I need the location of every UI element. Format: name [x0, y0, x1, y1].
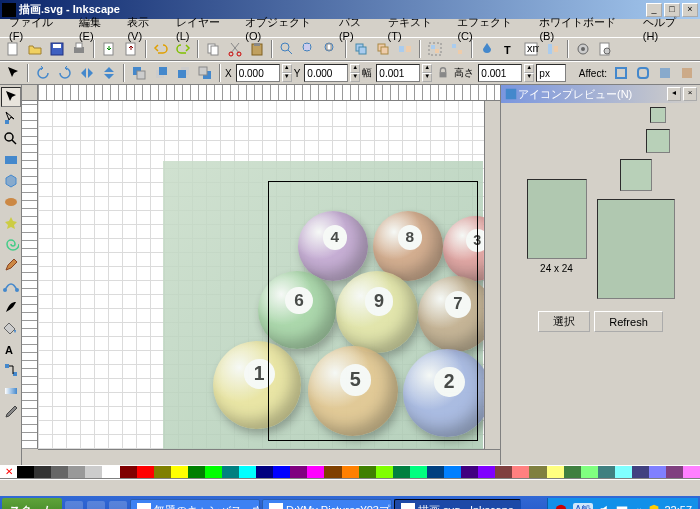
- tool-calligraphy[interactable]: [1, 297, 21, 317]
- tool-pencil[interactable]: [1, 255, 21, 275]
- swatch[interactable]: [256, 466, 273, 478]
- swatch[interactable]: [632, 466, 649, 478]
- new-button[interactable]: [3, 39, 23, 59]
- swatch[interactable]: [342, 466, 359, 478]
- tool-ellipse[interactable]: [1, 192, 21, 212]
- taskbar-task-1[interactable]: D:¥My Pictures¥03プラン…: [262, 499, 392, 509]
- swatch[interactable]: [68, 466, 85, 478]
- flip-v-button[interactable]: [99, 63, 119, 83]
- tool-rect[interactable]: [1, 150, 21, 170]
- swatch[interactable]: [205, 466, 222, 478]
- paste-button[interactable]: [247, 39, 267, 59]
- x-spin-down[interactable]: ▼: [282, 73, 292, 82]
- w-input[interactable]: [376, 64, 420, 82]
- raise-top-button[interactable]: [129, 63, 149, 83]
- lock-aspect-icon[interactable]: [436, 66, 450, 80]
- zoom-selection-button[interactable]: [277, 39, 297, 59]
- swatch[interactable]: [478, 466, 495, 478]
- affect-corners-button[interactable]: [633, 63, 653, 83]
- export-button[interactable]: [121, 39, 141, 59]
- scrollbar-horizontal[interactable]: [38, 449, 500, 465]
- swatch[interactable]: [17, 466, 34, 478]
- swatch[interactable]: [444, 466, 461, 478]
- redo-button[interactable]: [173, 39, 193, 59]
- swatch[interactable]: [495, 466, 512, 478]
- lower-bottom-button[interactable]: [195, 63, 215, 83]
- swatch[interactable]: [547, 466, 564, 478]
- ime-indicator[interactable]: A般: [573, 503, 594, 509]
- h-spin-up[interactable]: ▲: [524, 64, 534, 73]
- taskbar-task-0[interactable]: 無題のキャンバス - ウェブ…: [130, 499, 260, 509]
- swatch[interactable]: [461, 466, 478, 478]
- swatch[interactable]: [171, 466, 188, 478]
- swatch[interactable]: [239, 466, 256, 478]
- y-input[interactable]: [304, 64, 348, 82]
- zoom-page-button[interactable]: [321, 39, 341, 59]
- refresh-button[interactable]: Refresh: [594, 311, 663, 332]
- clock[interactable]: 22:57: [664, 504, 692, 509]
- swatch[interactable]: [307, 466, 324, 478]
- ungroup-button[interactable]: [447, 39, 467, 59]
- ruler-horizontal[interactable]: [38, 85, 500, 101]
- tool-bucket[interactable]: [1, 318, 21, 338]
- menu-item-9[interactable]: ヘルプ(H): [637, 14, 697, 43]
- tray-network-icon[interactable]: [615, 503, 629, 509]
- selection-rectangle[interactable]: [268, 181, 478, 441]
- tray-shield-icon[interactable]: [647, 503, 661, 509]
- swatch[interactable]: [102, 466, 119, 478]
- unlink-clone-button[interactable]: [395, 39, 415, 59]
- raise-button[interactable]: [151, 63, 171, 83]
- tool-zoom[interactable]: [1, 129, 21, 149]
- swatch[interactable]: [683, 466, 700, 478]
- tool-bezier[interactable]: [1, 276, 21, 296]
- zoom-drawing-button[interactable]: [299, 39, 319, 59]
- scrollbar-vertical[interactable]: [484, 101, 500, 449]
- unit-select[interactable]: [536, 64, 566, 82]
- w-spin-up[interactable]: ▲: [422, 64, 432, 73]
- tool-connector[interactable]: [1, 360, 21, 380]
- print-button[interactable]: [69, 39, 89, 59]
- swatch[interactable]: [154, 466, 171, 478]
- tool-node[interactable]: [1, 108, 21, 128]
- group-button[interactable]: [425, 39, 445, 59]
- fill-stroke-button[interactable]: [477, 39, 497, 59]
- swatch[interactable]: [51, 466, 68, 478]
- panel-titlebar[interactable]: アイコンプレビュー(N) ◂ ×: [501, 85, 700, 103]
- h-input[interactable]: [478, 64, 522, 82]
- affect-stroke-button[interactable]: [611, 63, 631, 83]
- panel-close-button[interactable]: ×: [683, 87, 697, 101]
- preferences-button[interactable]: [573, 39, 593, 59]
- open-button[interactable]: [25, 39, 45, 59]
- document-properties-button[interactable]: [595, 39, 615, 59]
- text-dialog-button[interactable]: T: [499, 39, 519, 59]
- h-spin-down[interactable]: ▼: [524, 73, 534, 82]
- swatch[interactable]: [427, 466, 444, 478]
- tool-text[interactable]: A: [1, 339, 21, 359]
- tool-3dbox[interactable]: [1, 171, 21, 191]
- swatch[interactable]: [188, 466, 205, 478]
- swatch[interactable]: [137, 466, 154, 478]
- start-button[interactable]: スタート: [2, 498, 62, 509]
- swatch[interactable]: [393, 466, 410, 478]
- tray-volume-icon[interactable]: [598, 503, 612, 509]
- affect-pattern-button[interactable]: [677, 63, 697, 83]
- tool-spiral[interactable]: [1, 234, 21, 254]
- undo-button[interactable]: [151, 39, 171, 59]
- swatch[interactable]: [564, 466, 581, 478]
- swatch[interactable]: [598, 466, 615, 478]
- flip-h-button[interactable]: [77, 63, 97, 83]
- copy-button[interactable]: [203, 39, 223, 59]
- swatch[interactable]: [376, 466, 393, 478]
- align-button[interactable]: [543, 39, 563, 59]
- y-spin-up[interactable]: ▲: [350, 64, 360, 73]
- swatch[interactable]: [34, 466, 51, 478]
- tool-selector[interactable]: [1, 87, 21, 107]
- xml-editor-button[interactable]: xml: [521, 39, 541, 59]
- tool-dropper[interactable]: [1, 402, 21, 422]
- tray-icon-1[interactable]: [554, 503, 568, 509]
- swatch[interactable]: [529, 466, 546, 478]
- swatch[interactable]: [222, 466, 239, 478]
- quicklaunch-app-icon[interactable]: [109, 501, 127, 509]
- select-button[interactable]: 選択: [538, 311, 590, 332]
- import-button[interactable]: [99, 39, 119, 59]
